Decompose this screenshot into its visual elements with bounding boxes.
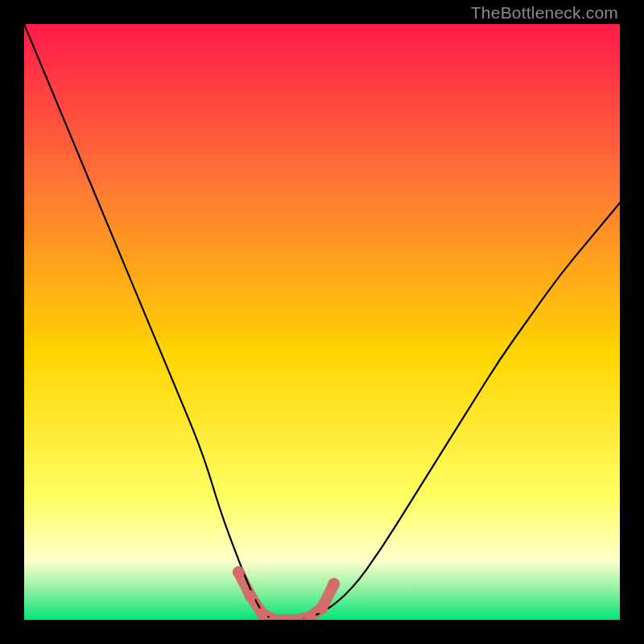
marker-dot: [316, 602, 328, 614]
marker-dot: [257, 608, 269, 620]
outer-frame: TheBottleneck.com: [0, 0, 644, 644]
marker-dot: [328, 578, 340, 590]
marker-dot: [245, 590, 257, 602]
marker-dot: [233, 566, 245, 578]
watermark-text: TheBottleneck.com: [471, 3, 618, 23]
bottleneck-curve: [24, 24, 620, 620]
plot-area: [24, 24, 620, 620]
chart-svg: [24, 24, 620, 620]
